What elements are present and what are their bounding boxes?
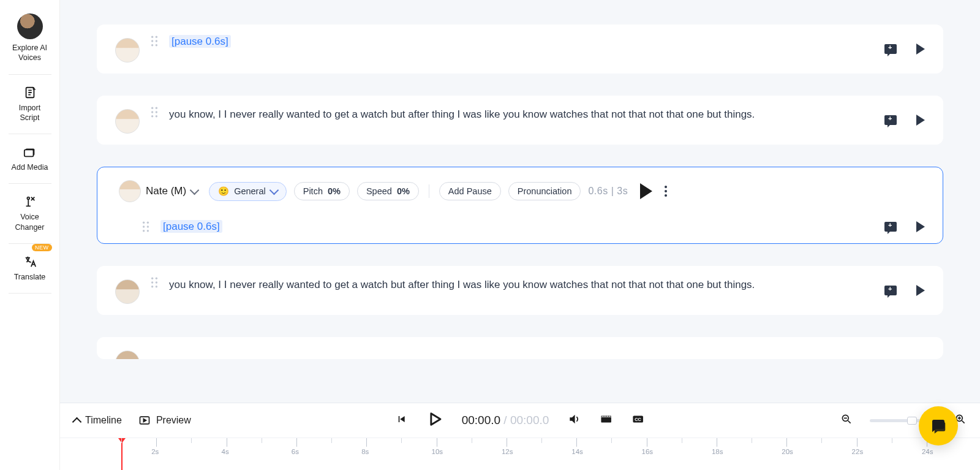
play-block-button[interactable] <box>640 183 652 199</box>
note-add-icon <box>884 115 897 125</box>
tick-label: 10s <box>432 448 443 455</box>
script-block[interactable]: you know, I I never really wanted to get… <box>97 266 943 315</box>
add-note-button[interactable] <box>884 222 897 232</box>
divider <box>9 134 51 134</box>
drag-handle-icon[interactable] <box>148 36 160 47</box>
voice-selector[interactable]: Nate (M) <box>115 178 202 205</box>
sidebar-import-script[interactable]: Import Script <box>4 78 56 131</box>
script-block[interactable]: [pause 0.6s] <box>97 25 943 74</box>
sidebar-add-media[interactable]: Add Media <box>4 138 56 180</box>
tick-label: 18s <box>712 448 723 455</box>
style-selector[interactable]: 🙂 General <box>209 182 287 201</box>
timeline-toggle[interactable]: Timeline <box>74 415 122 426</box>
timeline-ruler[interactable]: 2s4s6s8s10s12s14s16s18s20s22s24s <box>60 438 980 470</box>
svg-point-19 <box>147 226 149 227</box>
svg-point-24 <box>151 281 153 283</box>
preview-toggle[interactable]: Preview <box>138 414 191 427</box>
tick-label: 22s <box>852 448 864 455</box>
drag-handle-icon[interactable] <box>148 277 160 288</box>
svg-point-18 <box>143 226 145 227</box>
chat-icon <box>929 417 948 435</box>
time-total: 00:00.0 <box>510 414 549 426</box>
player-bar: Timeline Preview <box>60 403 980 470</box>
zoom-out-button[interactable] <box>840 413 853 428</box>
script-text[interactable]: you know, I I never really wanted to get… <box>169 107 851 123</box>
svg-point-20 <box>143 230 145 232</box>
chevron-down-icon <box>269 185 279 195</box>
speaker-avatar[interactable] <box>115 109 140 134</box>
svg-point-14 <box>151 115 153 117</box>
pause-tag[interactable]: [pause 0.6s] <box>160 220 222 233</box>
more-menu-button[interactable] <box>665 186 667 197</box>
add-note-button[interactable] <box>884 115 897 125</box>
pitch-control[interactable]: Pitch 0% <box>294 182 350 200</box>
captions-button[interactable]: CC <box>631 412 644 428</box>
svg-point-12 <box>151 111 153 113</box>
time-sep: / <box>500 414 510 426</box>
svg-point-4 <box>151 36 153 38</box>
tick-label: 20s <box>782 448 793 455</box>
svg-point-22 <box>151 278 153 279</box>
add-note-button[interactable] <box>884 44 897 54</box>
chat-fab[interactable] <box>919 406 958 445</box>
time-current: 00:00.0 <box>462 414 500 426</box>
tick-label: 6s <box>292 448 299 455</box>
tick-label: 12s <box>502 448 513 455</box>
sidebar-item-label: Add Media <box>12 162 48 172</box>
drag-handle-icon[interactable] <box>148 107 160 118</box>
editor-toolbar: Nate (M) 🙂 General Pitch 0% Speed 0 <box>115 178 667 205</box>
pause-tag[interactable]: [pause 0.6s] <box>169 35 231 48</box>
slider-knob[interactable] <box>907 417 917 425</box>
video-button[interactable] <box>599 412 612 428</box>
svg-point-5 <box>156 36 157 38</box>
translate-icon <box>23 255 37 268</box>
note-add-icon <box>884 44 897 54</box>
pronunciation-button[interactable]: Pronunciation <box>508 182 581 200</box>
drag-handle-icon[interactable] <box>140 221 152 232</box>
script-block[interactable] <box>97 337 943 359</box>
speed-control[interactable]: Speed 0% <box>357 182 419 200</box>
timeline-label: Timeline <box>85 415 122 426</box>
emoji-icon: 🙂 <box>218 186 229 197</box>
speaker-avatar[interactable] <box>115 279 140 304</box>
add-pause-button[interactable]: Add Pause <box>439 182 501 200</box>
svg-point-17 <box>147 222 149 224</box>
speed-label: Speed <box>366 186 392 196</box>
play-line-button[interactable] <box>916 44 925 55</box>
play-button[interactable] <box>426 411 443 430</box>
play-line-button[interactable] <box>916 285 925 296</box>
script-scroll[interactable]: [pause 0.6s] you know, I I never really … <box>60 0 980 403</box>
play-icon <box>916 115 925 126</box>
play-line-button[interactable] <box>916 115 925 126</box>
preview-icon <box>138 414 151 427</box>
play-icon <box>916 44 925 55</box>
sidebar-explore-voices[interactable]: Explore AI Voices <box>4 6 56 70</box>
voice-changer-icon <box>23 195 37 208</box>
import-script-icon <box>23 86 37 99</box>
sidebar-item-label: Import Script <box>19 103 40 123</box>
svg-point-15 <box>156 115 157 117</box>
speaker-avatar[interactable] <box>115 351 140 359</box>
svg-text:CC: CC <box>635 417 641 422</box>
tick-label: 16s <box>642 448 654 455</box>
svg-point-26 <box>151 286 153 287</box>
speaker-avatar[interactable] <box>115 38 140 63</box>
add-pause-label: Add Pause <box>448 186 492 196</box>
add-note-button[interactable] <box>884 286 897 295</box>
tick-label: 2s <box>151 448 159 455</box>
play-line-button[interactable] <box>916 221 925 232</box>
script-block[interactable]: you know, I I never really wanted to get… <box>97 96 943 145</box>
tick-label: 4s <box>222 448 229 455</box>
sidebar-voice-changer[interactable]: Voice Changer <box>4 188 56 240</box>
script-text[interactable]: you know, I I never really wanted to get… <box>169 277 851 293</box>
volume-button[interactable] <box>567 412 581 428</box>
divider <box>429 184 429 198</box>
svg-point-10 <box>151 107 153 109</box>
skip-previous-button[interactable] <box>396 413 408 428</box>
script-block-selected[interactable]: Nate (M) 🙂 General Pitch 0% Speed 0 <box>97 167 943 244</box>
timeline-ticks: 2s4s6s8s10s12s14s16s18s20s22s24s <box>121 438 962 470</box>
sidebar-translate[interactable]: NEW Translate <box>4 248 56 289</box>
time-display: 00:00.0 / 00:00.0 <box>462 414 549 427</box>
svg-point-25 <box>156 281 157 283</box>
tick-label: 8s <box>361 448 369 455</box>
